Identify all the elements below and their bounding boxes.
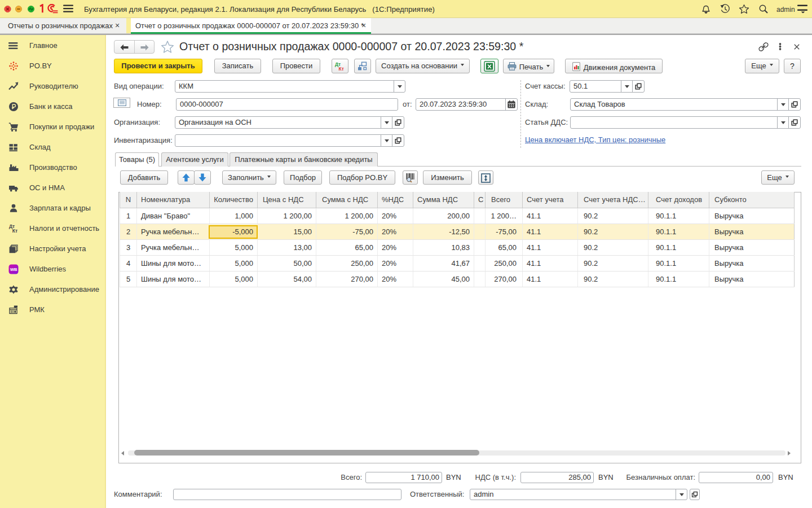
svg-text:WB: WB (10, 267, 17, 272)
svg-text:Кт: Кт (339, 66, 344, 72)
svg-text:Кт: Кт (12, 228, 17, 234)
